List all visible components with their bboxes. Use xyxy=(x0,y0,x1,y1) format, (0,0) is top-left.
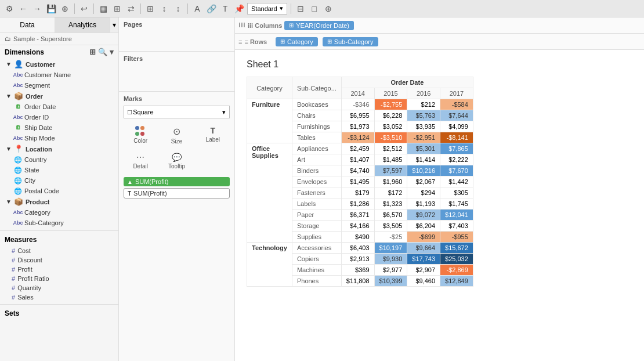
marks-controls: Color ⊙ Size T Label ⋯ Detail xyxy=(124,123,230,172)
location-group[interactable]: ▼ 📍 Location xyxy=(2,143,118,154)
highlight-icon[interactable]: A xyxy=(191,3,203,15)
color-control[interactable]: Color xyxy=(124,123,157,147)
data-source[interactable]: 🗂 Sample - Superstore xyxy=(0,33,118,45)
col-header-2016: 2016 xyxy=(407,88,440,99)
panel-tabs: Data Analytics ▾ xyxy=(0,17,118,33)
label-control[interactable]: T Label xyxy=(196,123,230,147)
bar-chart-icon[interactable]: ▦ xyxy=(97,3,109,15)
table-icon[interactable]: ⊞ xyxy=(111,3,123,15)
fit-icon[interactable]: ⊟ xyxy=(295,3,306,15)
row-pill-sub-category[interactable]: ⊞ Sub-Category xyxy=(323,37,378,46)
field-segment[interactable]: Abc Segment xyxy=(2,80,118,91)
canvas-panel: ⁞⁞⁞ iii Columns ⊞ YEAR(Order Date) ≡ ≡ R… xyxy=(235,17,644,361)
field-city[interactable]: 🌐 City xyxy=(2,175,118,186)
grid-icon[interactable]: ⊞ xyxy=(89,48,96,56)
field-quantity[interactable]: # Quantity xyxy=(0,283,118,293)
separator-2 xyxy=(93,3,94,14)
category-technology: Technology xyxy=(247,243,292,287)
columns-shelf: ⁞⁞⁞ iii Columns ⊞ YEAR(Order Date) xyxy=(235,17,644,34)
forward-icon[interactable]: → xyxy=(31,3,43,15)
measures-header: Measures xyxy=(0,233,118,246)
column-pill-year-order-date[interactable]: ⊞ YEAR(Order Date) xyxy=(284,21,354,30)
separator-3 xyxy=(140,3,141,14)
separator-4 xyxy=(187,3,188,14)
col-header-2014: 2014 xyxy=(341,88,374,99)
standard-dropdown[interactable]: Standard ▾ xyxy=(247,3,287,15)
sort-desc-icon[interactable]: ↕ xyxy=(172,3,184,15)
device-icon[interactable]: □ xyxy=(309,3,320,15)
subcategory-art: Art xyxy=(292,154,341,165)
back-icon[interactable]: ← xyxy=(17,3,29,15)
size-control[interactable]: ⊙ Size xyxy=(160,123,193,147)
order-group[interactable]: ▼ 📦 Order xyxy=(2,91,118,102)
search-icon[interactable]: 🔍 xyxy=(98,48,107,56)
subcategory-supplies: Supplies xyxy=(292,232,341,243)
subcategory-copiers: Copiers xyxy=(292,254,341,265)
field-country[interactable]: 🌐 Country xyxy=(2,154,118,165)
save-icon[interactable]: 💾 xyxy=(45,3,57,15)
col-header-category: Category xyxy=(247,77,292,99)
field-sub-category[interactable]: Abc Sub-Category xyxy=(2,218,118,228)
table-row: OfficeSupplies Appliances $2,459 $2,512 … xyxy=(247,143,473,154)
subcategory-bookcases: Bookcases xyxy=(292,99,341,110)
center-panel: Pages Filters Marks □ Square ▾ xyxy=(119,17,235,361)
field-ship-mode[interactable]: Abc Ship Mode xyxy=(2,133,118,143)
field-order-id[interactable]: Abc Order ID xyxy=(2,112,118,122)
left-panel: Data Analytics ▾ 🗂 Sample - Superstore D… xyxy=(0,17,119,361)
sheet-title: Sheet 1 xyxy=(247,59,632,70)
row-pill-category[interactable]: ⊞ Category xyxy=(276,37,318,46)
subcategory-binders: Binders xyxy=(292,165,341,176)
settings-icon[interactable]: ⚙ xyxy=(3,3,15,15)
sort-asc-icon[interactable]: ↕ xyxy=(158,3,170,15)
link-icon[interactable]: 🔗 xyxy=(205,3,217,15)
field-state[interactable]: 🌐 State xyxy=(2,165,118,175)
product-group[interactable]: ▼ 📦 Product xyxy=(2,196,118,207)
detail-control[interactable]: ⋯ Detail xyxy=(124,150,157,172)
separator-5 xyxy=(291,3,291,14)
tooltip-control[interactable]: 💬 Tooltip xyxy=(160,150,193,172)
data-table: Category Sub-Catego... Order Date 2014 2… xyxy=(247,77,473,287)
subcategory-machines: Machines xyxy=(292,265,341,276)
sheet-area: Sheet 1 Category Sub-Catego... Order Dat… xyxy=(235,50,644,361)
field-ship-date[interactable]: 🗓 Ship Date xyxy=(2,122,118,133)
mark-pill-sum-profit-text[interactable]: T SUM(Profit) xyxy=(124,188,230,198)
field-cost[interactable]: # Cost xyxy=(0,246,118,255)
field-profit-ratio[interactable]: # Profit Ratio xyxy=(0,274,118,283)
subcategory-paper: Paper xyxy=(292,210,341,221)
col-header-subcategory: Sub-Catego... xyxy=(292,77,341,99)
subcategory-chairs: Chairs xyxy=(292,110,341,121)
field-sales[interactable]: # Sales xyxy=(0,293,118,302)
field-discount[interactable]: # Discount xyxy=(0,255,118,265)
marks-section: Marks □ Square ▾ Color xyxy=(119,92,234,361)
field-profit[interactable]: # Profit xyxy=(0,265,118,274)
table-row: Technology Accessories $6,403 $10,197 $9… xyxy=(247,243,473,254)
table-row: Furniture Bookcases -$346 -$2,755 $212 -… xyxy=(247,99,473,110)
marks-type-dropdown[interactable]: □ Square ▾ xyxy=(124,106,230,118)
field-category[interactable]: Abc Category xyxy=(2,207,118,218)
subcategory-tables: Tables xyxy=(292,132,341,143)
filters-shelf: Filters xyxy=(119,52,234,92)
subcategory-phones: Phones xyxy=(292,276,341,287)
field-order-date[interactable]: 🗓 Order Date xyxy=(2,102,118,112)
category-office-supplies: OfficeSupplies xyxy=(247,143,292,243)
col-header-2017: 2017 xyxy=(440,88,473,99)
customer-group[interactable]: ▼ 👤 Customer xyxy=(2,59,118,70)
subcategory-furnishings: Furnishings xyxy=(292,121,341,132)
undo-icon[interactable]: ↩ xyxy=(78,3,90,15)
separator-1 xyxy=(74,3,75,14)
subcategory-fasteners: Fasteners xyxy=(292,187,341,198)
panel-tab-arrow[interactable]: ▾ xyxy=(110,17,118,33)
field-postal-code[interactable]: 🌐 Postal Code xyxy=(2,186,118,196)
filter-arrow-icon[interactable]: ▾ xyxy=(110,48,114,56)
add-icon[interactable]: ⊕ xyxy=(59,3,71,15)
text-icon[interactable]: T xyxy=(219,3,231,15)
swap-icon[interactable]: ⇄ xyxy=(125,3,137,15)
mark-pill-sum-profit-triangle[interactable]: ▲ SUM(Profit) xyxy=(124,177,230,186)
field-customer-name[interactable]: Abc Customer Name xyxy=(2,70,118,80)
tab-data[interactable]: Data xyxy=(0,17,55,33)
tab-analytics[interactable]: Analytics xyxy=(55,17,110,33)
group-icon[interactable]: ⊞ xyxy=(144,3,156,15)
share-icon[interactable]: ⊕ xyxy=(323,3,334,15)
sets-header: Sets xyxy=(0,307,118,320)
pin-icon[interactable]: 📌 xyxy=(233,3,245,15)
